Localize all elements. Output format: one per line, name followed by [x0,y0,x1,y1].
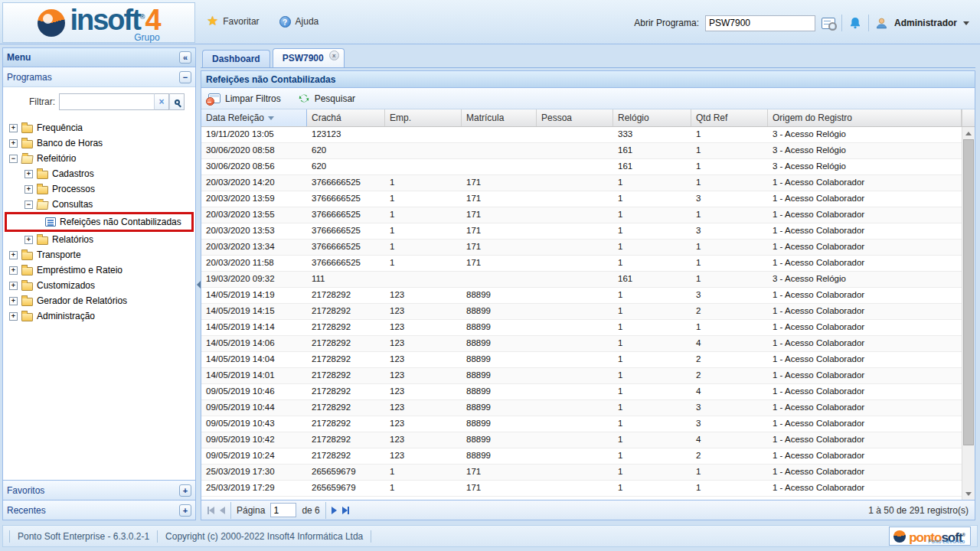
table-row[interactable]: 19/03/2020 09:3211116113 - Acesso Relógi… [201,272,962,288]
last-page-button[interactable] [342,507,349,514]
program-lookup-icon[interactable] [822,18,835,29]
table-row[interactable]: 20/03/2020 11:5837666665251171111 - Aces… [201,256,962,272]
tree-item[interactable]: +Frequência [3,120,195,135]
collapse-programas-button[interactable]: − [179,71,191,83]
table-row[interactable]: 14/05/2019 14:142172829212388899111 - Ac… [201,320,962,336]
expand-recentes-button[interactable]: + [179,504,191,517]
scroll-down-button[interactable] [962,487,975,500]
table-row[interactable]: 09/05/2019 10:422172829212388899141 - Ac… [201,432,962,448]
column-header-label: Data Refeição [206,112,264,123]
collapse-node-icon[interactable]: − [9,155,18,163]
chevron-down-icon[interactable] [963,21,969,25]
limpar-filtros-button[interactable]: Limpar Filtros [208,93,281,104]
top-header: insoft®4 Grupo ★ Favoritar ? Ajuda Abrir… [0,0,980,44]
table-row[interactable]: 09/05/2019 10:462172829212388899141 - Ac… [201,384,962,400]
table-row[interactable]: 25/03/2019 17:302656596791171111 - Acess… [201,465,962,481]
expand-node-icon[interactable]: + [9,139,18,148]
scrollbar-track[interactable] [962,139,975,487]
expand-node-icon[interactable]: + [24,185,33,194]
tree-item[interactable]: +Processos [3,181,195,197]
column-header[interactable]: Emp. [385,109,462,126]
table-row[interactable]: 09/05/2019 10:432172829212388899131 - Ac… [201,416,962,432]
favoritos-panel-header[interactable]: Favoritos + [3,480,195,500]
table-cell: 88899 [462,448,537,464]
notifications-bell-icon[interactable] [848,16,862,30]
favoritar-button[interactable]: ★ Favoritar [207,15,260,28]
expand-node-icon[interactable]: + [9,297,18,305]
scroll-up-button[interactable] [962,127,975,139]
ajuda-button[interactable]: ? Ajuda [279,16,319,28]
table-row[interactable]: 20/03/2020 13:5337666665251171131 - Aces… [201,223,962,240]
arrow-down-icon [965,492,972,496]
tree-item[interactable]: +Administração [3,308,195,324]
table-row[interactable]: 14/05/2019 14:042172829212388899121 - Ac… [201,352,962,368]
expand-node-icon[interactable]: + [9,124,18,132]
table-row[interactable]: 20/03/2020 14:2037666665251171111 - Aces… [201,175,962,191]
recentes-panel-header[interactable]: Recentes + [3,500,195,520]
tree-item[interactable]: −Consultas [3,197,195,212]
collapse-node-icon[interactable]: − [24,201,33,209]
tree-item[interactable]: +Empréstimo e Rateio [3,262,195,278]
tree-item[interactable]: +Cadastros [3,166,195,181]
programas-section-header[interactable]: Programas − [3,67,195,87]
filter-input[interactable] [59,93,154,110]
tree-item[interactable]: Refeições não Contabilizadas [5,212,194,232]
user-avatar-icon[interactable] [875,17,888,30]
tree-item[interactable]: +Transporte [3,247,195,262]
column-header[interactable]: Relógio [613,109,691,126]
tree-item[interactable]: +Gerador de Relatórios [3,293,195,308]
table-row[interactable]: 14/05/2019 14:192172829212388899131 - Ac… [201,288,962,304]
arrow-up-icon [965,132,972,135]
table-row[interactable]: 25/03/2019 17:292656596791171111 - Acess… [201,481,962,497]
table-row[interactable]: 30/06/2020 08:5662016113 - Acesso Relógi… [201,159,962,175]
tab-close-icon[interactable]: x [329,51,339,60]
tree-item[interactable]: −Refeitório [3,151,195,166]
expand-favoritos-button[interactable]: + [179,484,191,497]
page-number-input[interactable] [270,503,296,517]
table-row[interactable]: 20/03/2020 13:5537666665251171111 - Aces… [201,207,962,223]
tree-item-label: Gerador de Relatórios [37,295,127,306]
previous-page-button[interactable] [220,507,225,514]
tree-item[interactable]: +Customizados [3,278,195,293]
table-row[interactable]: 20/03/2020 13:5937666665251171131 - Aces… [201,191,962,207]
vertical-scrollbar[interactable] [962,127,975,500]
expand-node-icon[interactable]: + [9,312,18,321]
collapse-sidebar-button[interactable]: « [179,51,191,64]
column-header[interactable]: Matrícula [462,109,537,126]
first-page-button[interactable] [207,507,214,514]
expand-node-icon[interactable]: + [9,251,18,259]
tab-dashboard[interactable]: Dashboard [202,50,270,67]
table-row[interactable]: 30/06/2020 08:5862016113 - Acesso Relógi… [201,143,962,159]
user-menu[interactable]: Administrador [894,18,957,28]
tree-item[interactable]: +Relatórios [3,232,195,247]
table-row[interactable]: 20/03/2020 13:3437666665251171111 - Aces… [201,240,962,256]
tab-psw7900[interactable]: PSW7900 x [273,48,345,67]
table-cell: 1 [385,481,462,496]
table-row[interactable]: 09/05/2019 10:242172829212388899121 - Ac… [201,448,962,465]
table-row[interactable]: 14/05/2019 14:152172829212388899121 - Ac… [201,304,962,320]
expand-node-icon[interactable]: + [9,282,18,290]
table-row[interactable]: 14/05/2019 14:062172829212388899141 - Ac… [201,336,962,352]
abrir-programa-input[interactable] [705,15,815,31]
expand-node-icon[interactable]: + [9,266,18,275]
table-cell: 30/06/2020 08:56 [201,159,307,174]
table-row[interactable]: 19/11/2020 13:0512312333313 - Acesso Rel… [201,127,962,143]
expand-node-icon[interactable]: + [24,170,33,178]
column-header[interactable]: Crachá [307,109,385,126]
tree-item[interactable]: +Banco de Horas [3,135,195,151]
expand-node-icon[interactable]: + [24,236,33,244]
filter-search-button[interactable] [169,93,185,110]
table-row[interactable]: 09/05/2019 10:442172829212388899131 - Ac… [201,400,962,416]
pesquisar-button[interactable]: Pesquisar [298,93,355,104]
column-header[interactable]: Data Refeição [201,109,307,126]
column-header[interactable]: Pessoa [537,109,613,126]
column-header[interactable]: Origem do Registro [768,109,962,126]
filter-clear-button[interactable]: × [154,93,169,110]
next-page-button[interactable] [332,507,337,514]
scrollbar-thumb[interactable] [963,139,974,445]
sort-desc-icon [268,116,274,120]
table-cell: 2 [691,448,768,464]
column-header[interactable]: Qtd Ref [691,109,768,126]
table-row[interactable]: 14/05/2019 14:012172829212388899121 - Ac… [201,368,962,384]
record-count-summary: 1 à 50 de 291 registro(s) [868,505,969,516]
